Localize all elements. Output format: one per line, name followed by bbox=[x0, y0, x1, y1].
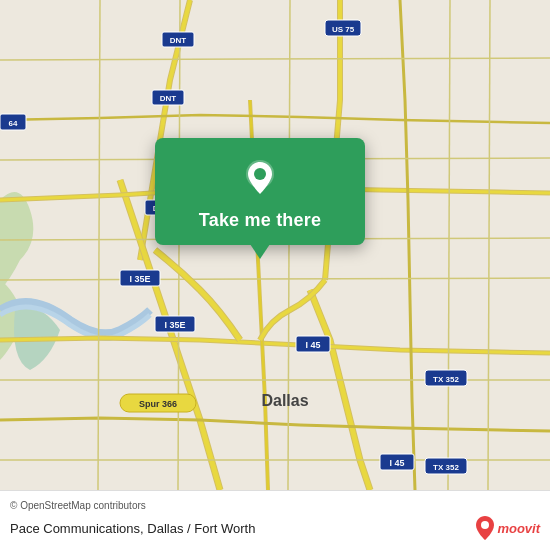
svg-text:Dallas: Dallas bbox=[261, 392, 308, 409]
svg-rect-1 bbox=[0, 0, 550, 490]
svg-point-30 bbox=[254, 168, 266, 180]
svg-text:I 45: I 45 bbox=[389, 458, 404, 468]
moovit-pin-icon bbox=[474, 515, 496, 541]
svg-text:I 45: I 45 bbox=[305, 340, 320, 350]
bottom-bar: © OpenStreetMap contributors Pace Commun… bbox=[0, 490, 550, 550]
svg-text:TX 352: TX 352 bbox=[433, 463, 459, 472]
take-me-there-button[interactable]: Take me there bbox=[199, 210, 321, 231]
svg-text:US 75: US 75 bbox=[332, 25, 355, 34]
moovit-text: moovit bbox=[497, 521, 540, 536]
svg-point-31 bbox=[481, 521, 489, 529]
svg-text:DNT: DNT bbox=[160, 94, 177, 103]
location-row: Pace Communications, Dallas / Fort Worth… bbox=[10, 515, 540, 541]
svg-text:Spur 366: Spur 366 bbox=[139, 399, 177, 409]
map-container: Spur 366 I 35E DNT DNT DNT US 75 US 75 I… bbox=[0, 0, 550, 490]
svg-text:64: 64 bbox=[9, 119, 18, 128]
map-attribution: © OpenStreetMap contributors bbox=[10, 500, 540, 511]
svg-text:I 35E: I 35E bbox=[129, 274, 150, 284]
moovit-logo: moovit bbox=[474, 515, 540, 541]
location-name: Pace Communications, Dallas / Fort Worth bbox=[10, 521, 255, 536]
svg-text:DNT: DNT bbox=[170, 36, 187, 45]
svg-text:I 35E: I 35E bbox=[164, 320, 185, 330]
map-svg: Spur 366 I 35E DNT DNT DNT US 75 US 75 I… bbox=[0, 0, 550, 490]
location-pin-icon bbox=[238, 156, 282, 200]
svg-text:TX 352: TX 352 bbox=[433, 375, 459, 384]
popup-card: Take me there bbox=[155, 138, 365, 245]
